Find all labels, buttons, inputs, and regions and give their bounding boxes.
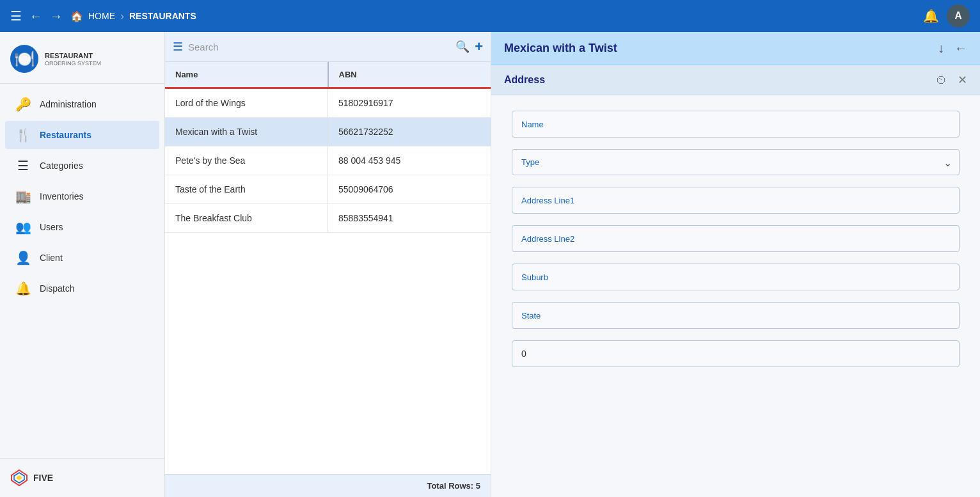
back-icon[interactable]: ← (29, 9, 42, 24)
detail-header: Mexican with a Twist ↓ ← (491, 32, 980, 65)
svg-marker-2 (17, 475, 22, 480)
form-field-postcode: 0 (512, 340, 960, 367)
client-icon: 👤 (15, 250, 31, 265)
hamburger-icon[interactable]: ☰ (10, 8, 22, 24)
form-field-state (512, 302, 960, 329)
logo-text-line1: RESTAURANT (45, 51, 101, 60)
state-input[interactable] (512, 302, 960, 329)
cell-abn: 88 004 453 945 (328, 146, 491, 175)
table-row[interactable]: Mexican with a Twist 56621732252 (165, 118, 491, 146)
breadcrumb-separator: › (120, 10, 124, 23)
suburb-input[interactable] (512, 264, 960, 290)
sidebar-footer: FIVE (0, 458, 164, 497)
sidebar-item-client[interactable]: 👤 Client (5, 244, 159, 272)
cell-name: Lord of the Wings (165, 89, 328, 117)
top-nav: ☰ ← → 🏠 HOME › RESTAURANTS 🔔 A (0, 0, 980, 32)
sidebar-label-inventories: Inventories (40, 191, 83, 201)
address-line1-input[interactable] (512, 187, 960, 214)
form-field-suburb (512, 264, 960, 290)
sidebar-label-dispatch: Dispatch (40, 283, 74, 294)
table-body: Lord of the Wings 51802916917 Mexican wi… (165, 89, 491, 474)
five-logo-text: FIVE (33, 473, 53, 483)
search-bar: ☰ 🔍 + (165, 32, 491, 62)
cell-abn: 85883554941 (328, 204, 491, 232)
detail-title: Mexican with a Twist (504, 42, 938, 55)
detail-panel: Mexican with a Twist ↓ ← Address ⏲ ✕ (491, 32, 980, 497)
breadcrumb-current: RESTAURANTS (129, 11, 196, 21)
cell-abn: 56621732252 (328, 118, 491, 146)
download-icon[interactable]: ↓ (938, 41, 944, 56)
detail-sub-actions: ⏲ ✕ (936, 73, 967, 87)
cell-name: Taste of the Earth (165, 175, 328, 203)
table-row[interactable]: Taste of the Earth 55009064706 (165, 175, 491, 204)
sidebar-item-restaurants[interactable]: 🍴 Restaurants (5, 121, 159, 149)
notification-bell-icon[interactable]: 🔔 (923, 8, 939, 24)
history-icon[interactable]: ⏲ (936, 74, 947, 87)
sidebar: 🍽️ RESTAURANT ORDERING SYSTEM 🔑 Administ… (0, 32, 165, 497)
table-row[interactable]: Lord of the Wings 51802916917 (165, 89, 491, 118)
table-row[interactable]: Pete's by the Sea 88 004 453 945 (165, 146, 491, 175)
sidebar-label-users: Users (40, 222, 63, 232)
back-detail-icon[interactable]: ← (954, 41, 967, 56)
detail-sub-header: Address ⏲ ✕ (491, 65, 980, 95)
detail-form: Type ⌄ 0 (491, 95, 980, 497)
column-name-header: Name (165, 62, 329, 87)
cell-name: Pete's by the Sea (165, 146, 328, 175)
form-field-address-line1 (512, 187, 960, 214)
table-footer: Total Rows: 5 (165, 474, 491, 497)
list-panel: ☰ 🔍 + Name ABN Lord of the Wings 5180291… (165, 32, 491, 497)
sidebar-item-users[interactable]: 👥 Users (5, 213, 159, 241)
sidebar-item-categories[interactable]: ☰ Categories (5, 152, 159, 180)
cell-name: The Breakfast Club (165, 204, 328, 232)
fork-knife-icon: 🍴 (15, 127, 31, 143)
filter-icon[interactable]: ☰ (173, 40, 183, 54)
sidebar-item-administration[interactable]: 🔑 Administration (5, 90, 159, 118)
sidebar-label-categories: Categories (40, 161, 83, 171)
five-logo-icon (10, 469, 28, 487)
search-icon[interactable]: 🔍 (455, 40, 470, 54)
add-record-button[interactable]: + (475, 38, 483, 55)
address-line2-input[interactable] (512, 225, 960, 252)
type-select[interactable]: Type (512, 149, 960, 175)
column-abn-header: ABN (329, 62, 491, 87)
close-icon[interactable]: ✕ (958, 73, 967, 87)
dispatch-icon: 🔔 (15, 281, 31, 296)
sidebar-label-client: Client (40, 253, 63, 263)
sidebar-item-inventories[interactable]: 🏬 Inventories (5, 182, 159, 210)
postcode-input[interactable]: 0 (512, 340, 960, 367)
sidebar-label-restaurants: Restaurants (40, 130, 91, 140)
form-field-address-line2 (512, 225, 960, 252)
breadcrumb: 🏠 HOME › RESTAURANTS (70, 10, 196, 23)
home-icon: 🏠 (70, 10, 83, 22)
categories-icon: ☰ (15, 158, 31, 173)
table-row[interactable]: The Breakfast Club 85883554941 (165, 204, 491, 233)
main-layout: 🍽️ RESTAURANT ORDERING SYSTEM 🔑 Administ… (0, 32, 980, 497)
name-input[interactable] (512, 111, 960, 138)
cell-abn: 55009064706 (328, 175, 491, 203)
sidebar-logo: 🍽️ RESTAURANT ORDERING SYSTEM (0, 37, 164, 84)
user-avatar[interactable]: A (947, 4, 970, 28)
content-area: ☰ 🔍 + Name ABN Lord of the Wings 5180291… (165, 32, 980, 497)
logo-icon: 🍽️ (10, 45, 38, 73)
sidebar-label-administration: Administration (40, 99, 97, 109)
logo-text-line2: ORDERING SYSTEM (45, 60, 101, 67)
forward-icon[interactable]: → (50, 9, 63, 24)
detail-header-actions: ↓ ← (938, 41, 967, 56)
cell-name: Mexican with a Twist (165, 118, 328, 146)
search-input[interactable] (188, 42, 450, 52)
form-field-name (512, 111, 960, 138)
detail-sub-title: Address (504, 74, 936, 86)
users-icon: 👥 (15, 219, 31, 235)
cell-abn: 51802916917 (328, 89, 491, 117)
inventory-icon: 🏬 (15, 189, 31, 204)
home-link[interactable]: HOME (88, 11, 115, 21)
sidebar-item-dispatch[interactable]: 🔔 Dispatch (5, 274, 159, 303)
table-header: Name ABN (165, 62, 491, 89)
key-icon: 🔑 (15, 97, 31, 112)
form-field-type: Type ⌄ (512, 149, 960, 175)
